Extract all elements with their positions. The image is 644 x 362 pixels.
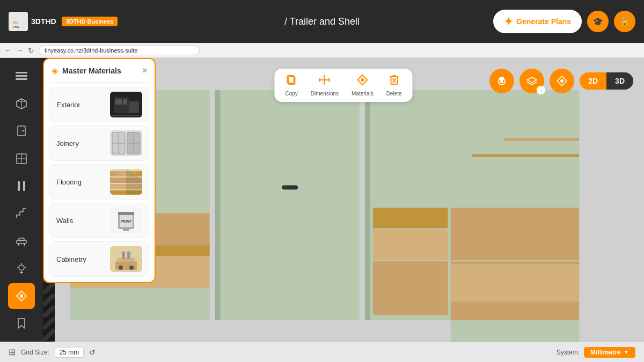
svg-rect-5 xyxy=(16,78,27,80)
panel-item-walls-label: Walls xyxy=(56,217,73,225)
sidebar-item-bookmark[interactable] xyxy=(8,311,35,336)
svg-rect-110 xyxy=(472,154,580,157)
svg-text:THD: THD xyxy=(13,25,20,28)
svg-rect-25 xyxy=(20,272,23,273)
camera-button[interactable] xyxy=(489,69,514,93)
svg-point-58 xyxy=(129,265,134,270)
main-area: ◈ Master Materials × Exterior xyxy=(0,58,644,342)
grid-icon: ⊞ xyxy=(9,347,16,357)
svg-rect-53 xyxy=(123,229,129,231)
panel-items-list: Exterior Joinery xyxy=(44,83,155,282)
panel-item-joinery[interactable]: Joinery xyxy=(49,125,149,161)
delete-tool[interactable]: Delete xyxy=(386,74,402,97)
sidebar-item-cube[interactable] xyxy=(8,91,35,116)
logo-text: 3DTHD xyxy=(31,17,56,26)
dimensions-icon xyxy=(319,74,331,88)
svg-rect-86 xyxy=(220,90,360,320)
refresh-button[interactable]: ↻ xyxy=(28,46,34,55)
svg-text:PAINT: PAINT xyxy=(121,219,132,223)
svg-rect-18 xyxy=(24,243,25,246)
materials-tool[interactable]: Materials xyxy=(352,74,374,97)
graduation-hat-icon: 🎓 xyxy=(592,17,603,27)
left-sidebar xyxy=(0,58,43,342)
svg-point-78 xyxy=(500,80,503,83)
topbar: 3D THD 3DTHD 3DTHD Business / Trailer an… xyxy=(0,0,644,43)
svg-rect-103 xyxy=(451,208,580,211)
view-toggle: 2D 3D xyxy=(580,72,633,90)
panel-close-button[interactable]: × xyxy=(142,66,147,76)
svg-rect-19 xyxy=(19,238,24,241)
lock-icon-button[interactable]: 🔒 xyxy=(614,11,635,32)
svg-rect-55 xyxy=(115,261,137,270)
svg-rect-50 xyxy=(118,212,134,215)
logo-area: 3D THD 3DTHD 3DTHD Business xyxy=(9,12,118,31)
dimensions-tool[interactable]: Dimensions xyxy=(311,74,339,97)
materials-panel: ◈ Master Materials × Exterior xyxy=(43,58,156,283)
svg-rect-108 xyxy=(451,305,580,320)
sidebar-item-door[interactable] xyxy=(8,119,35,144)
svg-rect-17 xyxy=(18,243,19,246)
panel-item-flooring-label: Flooring xyxy=(56,178,82,186)
system-value-text: Millimetre xyxy=(590,349,620,356)
svg-rect-14 xyxy=(18,181,20,191)
system-dropdown[interactable]: Millimetre ▼ xyxy=(584,347,635,358)
bottombar: ⊞ Grid Size: 25 mm ↺ System: Millimetre … xyxy=(0,342,644,362)
logo-3dthd: 3D THD 3DTHD xyxy=(9,12,56,31)
reset-button[interactable]: ↺ xyxy=(89,348,96,357)
sidebar-item-window[interactable] xyxy=(8,146,35,171)
copy-tool[interactable]: Copy xyxy=(285,74,297,97)
svg-rect-107 xyxy=(451,264,580,301)
right-controls: ↓ 2D 3D xyxy=(489,69,633,93)
panel-item-exterior-image xyxy=(110,92,142,117)
logo-icon: 3D THD xyxy=(9,12,28,31)
page-title: / Trailer and Shell xyxy=(284,16,360,27)
svg-rect-33 xyxy=(123,99,127,105)
layers-button[interactable]: ↓ xyxy=(519,69,544,93)
business-badge: 3DTHD Business xyxy=(62,17,118,26)
svg-rect-89 xyxy=(365,90,370,320)
sidebar-item-stairs[interactable] xyxy=(8,201,35,226)
back-button[interactable]: ← xyxy=(4,46,12,55)
dimensions-label: Dimensions xyxy=(311,91,339,97)
materials-tool-icon xyxy=(356,74,368,88)
svg-marker-81 xyxy=(527,77,537,83)
svg-rect-31 xyxy=(129,101,139,113)
panel-item-walls-image: PAINT xyxy=(110,208,142,233)
sidebar-item-wall[interactable] xyxy=(8,173,35,198)
svg-rect-105 xyxy=(451,301,580,305)
sidebar-item-layers[interactable] xyxy=(8,63,35,88)
svg-point-27 xyxy=(20,294,23,298)
forward-button[interactable]: → xyxy=(16,46,24,55)
svg-point-57 xyxy=(119,265,123,270)
panel-item-walls[interactable]: Walls PAINT xyxy=(49,203,149,238)
plus-star-icon: ✦ xyxy=(504,15,513,28)
url-input[interactable]: tinyeasy.co.nz/3dthd-business-suite xyxy=(39,46,200,55)
svg-point-83 xyxy=(560,79,564,83)
panel-item-cabinetry[interactable]: Cabinetry xyxy=(49,241,149,277)
sidebar-item-materials[interactable] xyxy=(8,283,35,308)
copy-label: Copy xyxy=(285,91,297,97)
panel-header-left: ◈ Master Materials xyxy=(52,65,121,76)
hat-icon-button[interactable]: 🎓 xyxy=(587,11,609,32)
sidebar-item-lighting[interactable] xyxy=(8,256,35,281)
svg-point-20 xyxy=(19,265,24,270)
svg-rect-104 xyxy=(451,261,580,264)
svg-rect-80 xyxy=(499,78,500,79)
panel-header: ◈ Master Materials × xyxy=(44,59,155,83)
panel-title: Master Materials xyxy=(62,67,121,75)
system-label: System: xyxy=(557,349,580,356)
panel-item-flooring[interactable]: Flooring xyxy=(49,164,149,200)
svg-rect-79 xyxy=(500,77,504,80)
generate-plans-button[interactable]: ✦ Generate Plans xyxy=(493,10,582,33)
panel-item-joinery-label: Joinery xyxy=(56,139,79,147)
lock-icon: 🔒 xyxy=(619,17,630,27)
view-3d-button[interactable]: 3D xyxy=(606,72,633,90)
svg-rect-32 xyxy=(115,99,122,105)
sidebar-item-furniture[interactable] xyxy=(8,228,35,254)
view-2d-button[interactable]: 2D xyxy=(580,72,606,90)
grid-size-value[interactable]: 25 mm xyxy=(55,347,84,358)
panel-item-cabinetry-label: Cabinetry xyxy=(56,255,86,263)
panel-item-exterior[interactable]: Exterior xyxy=(49,87,149,122)
view-button[interactable] xyxy=(550,69,574,93)
svg-rect-60 xyxy=(127,252,130,259)
